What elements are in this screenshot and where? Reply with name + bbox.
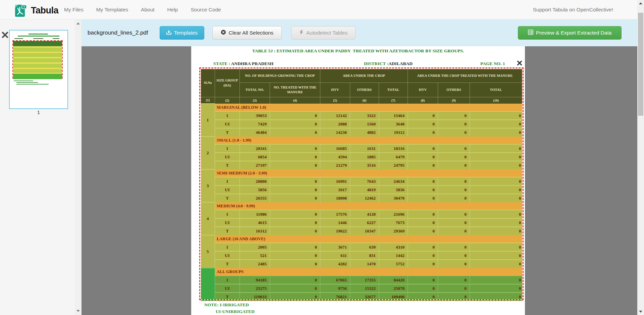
scrollbar-thumb[interactable] xyxy=(638,13,643,116)
export-button-label: Preview & Export Extracted Data xyxy=(536,30,612,36)
district-value: ADILABAD xyxy=(388,61,413,66)
state-value: ANDHRA PRADESH xyxy=(231,61,273,66)
document-filename: background_lines_2.pdf xyxy=(88,19,148,46)
preview-export-button[interactable]: Preview & Export Extracted Data xyxy=(518,26,622,40)
mini-meta-line xyxy=(53,38,59,39)
sidebar: 1 xyxy=(0,19,75,315)
pdf-page[interactable]: TABLE 5J : ESTIMATED AREA UNDER PADDY TR… xyxy=(191,46,525,315)
clear-all-selections-button[interactable]: Clear All Selections xyxy=(212,26,282,40)
templates-button-label: Templates xyxy=(174,30,198,36)
note-line-2: UI-UNIRRIGATED xyxy=(216,309,255,314)
save-icon xyxy=(166,30,171,36)
main-nav: My FilesMy TemplatesAboutHelpSource Code xyxy=(58,0,227,19)
autodetect-button-label: Autodetect Tables xyxy=(306,30,347,36)
nav-item-my-templates[interactable]: My Templates xyxy=(90,7,135,13)
mini-meta-line xyxy=(33,38,43,39)
page-number-field: PAGE NO. 1 xyxy=(480,61,505,66)
support-link[interactable]: Support Tabula on OpenCollective! xyxy=(533,0,613,19)
navbar: Tabula My FilesMy TemplatesAboutHelpSour… xyxy=(0,0,644,19)
table-selection[interactable] xyxy=(199,67,524,300)
mini-note-line xyxy=(16,84,49,85)
page-number-label: PAGE NO. 1 xyxy=(480,61,505,66)
flash-icon xyxy=(299,30,304,36)
toolbar: background_lines_2.pdf Templates Clear A… xyxy=(82,19,637,46)
nav-item-about[interactable]: About xyxy=(135,7,161,13)
mini-title-line xyxy=(29,34,48,35)
clear-button-label: Clear All Selections xyxy=(229,30,274,36)
sidebar-scrollbar[interactable] xyxy=(75,19,82,315)
mini-selection xyxy=(12,40,63,78)
app-title: Tabula xyxy=(31,5,58,16)
district-label: DISTRICT : xyxy=(364,61,388,66)
scroll-down-icon[interactable] xyxy=(639,311,642,313)
district-field: DISTRICT :ADILABAD xyxy=(364,61,413,66)
nav-item-my-files[interactable]: My Files xyxy=(58,7,90,13)
brand[interactable]: Tabula xyxy=(15,2,58,18)
pdf-canvas: TABLE 5J : ESTIMATED AREA UNDER PADDY TR… xyxy=(82,46,637,315)
page-thumbnail[interactable] xyxy=(9,30,68,109)
mini-meta-line xyxy=(14,38,23,39)
mini-table-header xyxy=(13,41,62,46)
document-title: TABLE 5J : ESTIMATED AREA UNDER PADDY TR… xyxy=(191,48,525,54)
note-line-1: NOTE: I-IRRIGATED xyxy=(204,302,249,308)
thumbnail-page-number: 1 xyxy=(9,109,68,115)
list-alt-icon xyxy=(528,30,533,36)
mini-table-rows xyxy=(13,46,62,73)
nav-item-source-code[interactable]: Source Code xyxy=(184,7,227,13)
state-field: STATE : ANDHRA PRADESH xyxy=(213,61,273,66)
scroll-up-icon[interactable] xyxy=(76,22,80,24)
state-label: STATE : xyxy=(213,61,230,66)
mini-all-groups xyxy=(13,73,62,79)
main-scrollbar[interactable] xyxy=(637,0,644,315)
autodetect-tables-button[interactable]: Autodetect Tables xyxy=(291,26,356,40)
mini-note-line xyxy=(16,82,38,83)
scroll-down-icon[interactable] xyxy=(76,310,80,312)
scroll-up-icon[interactable] xyxy=(639,2,642,4)
mini-note-line xyxy=(14,81,33,81)
selection-close-icon[interactable] xyxy=(517,60,522,66)
remove-circle-icon xyxy=(221,30,226,36)
remove-page-icon[interactable] xyxy=(2,32,8,38)
tabula-logo-icon xyxy=(15,2,27,18)
mini-title-line xyxy=(18,36,59,37)
nav-item-help[interactable]: Help xyxy=(161,7,184,13)
templates-button[interactable]: Templates xyxy=(160,26,204,40)
